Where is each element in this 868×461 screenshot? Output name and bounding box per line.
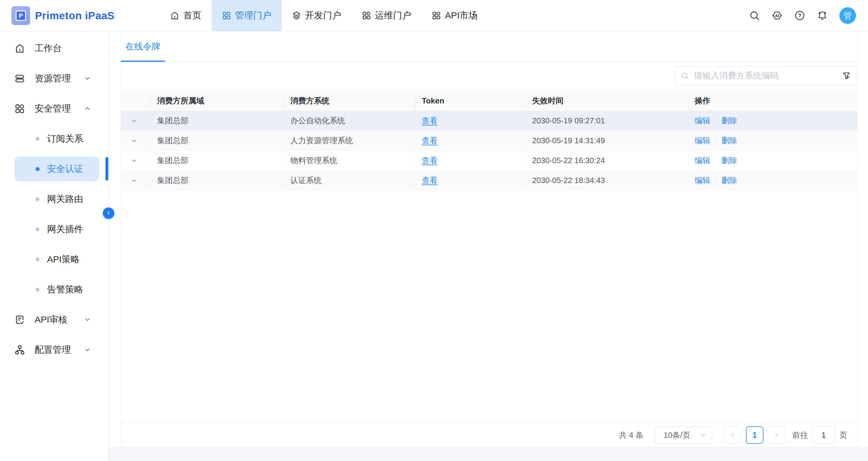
tab-online-tokens[interactable]: 在线令牌	[121, 32, 165, 62]
nav-item-label: 首页	[183, 9, 202, 22]
expand-chevron-icon	[130, 157, 138, 164]
sidebar-item-gateway-plugin[interactable]: 网关插件	[0, 214, 108, 244]
expand-chevron-icon	[130, 177, 138, 184]
sidebar-item-subscription[interactable]: 订阅关系	[0, 124, 108, 154]
row-expand-toggle[interactable]	[121, 171, 151, 190]
cell-consumer-domain: 集团总部	[151, 111, 284, 130]
svg-text:AI: AI	[775, 13, 779, 18]
ai-assistant-icon[interactable]: AI	[772, 10, 783, 21]
sidebar-collapse-button[interactable]	[103, 208, 114, 219]
edit-link[interactable]: 编辑	[695, 155, 710, 166]
grid-icon	[222, 11, 231, 20]
sidebar: 工作台资源管理安全管理订阅关系安全认证网关路由网关插件API策略告警策略API审…	[0, 31, 108, 461]
search-input-icon	[681, 72, 689, 80]
chevron-left-icon	[105, 210, 112, 216]
cell-consumer-domain: 集团总部	[151, 171, 284, 190]
pagination-bar: 共 4 条 10条/页 1 前往 页	[121, 423, 858, 447]
expand-column-header	[121, 91, 151, 111]
delete-link[interactable]: 删除	[721, 135, 737, 146]
cell-token: 查看	[416, 111, 526, 130]
sidebar-item-label: API策略	[47, 253, 80, 266]
column-header: 消费方所属域	[151, 91, 284, 111]
edit-link[interactable]: 编辑	[695, 116, 710, 126]
row-expand-toggle[interactable]	[121, 111, 151, 130]
chevron-down-icon	[84, 346, 91, 354]
sidebar-item-alert-policy[interactable]: 告警策略	[0, 274, 108, 305]
page-size-value: 10条/页	[663, 430, 690, 440]
bullet-icon	[36, 257, 39, 262]
tab-bar: 在线令牌	[121, 32, 858, 62]
top-nav: 首页管理门户开发门户运维门户API市场	[160, 0, 488, 31]
row-expand-toggle[interactable]	[121, 151, 151, 171]
sidebar-item-label: 安全管理	[35, 102, 71, 115]
sidebar-item-config-mgmt[interactable]: 配置管理	[0, 335, 108, 365]
nav-item-admin-portal[interactable]: 管理门户	[212, 0, 282, 31]
nav-item-label: 开发门户	[305, 9, 341, 22]
tokens-table: 消费方所属域消费方系统Token失效时间操作 集团总部办公自动化系统查看2030…	[121, 91, 858, 190]
table-row: 集团总部物料管理系统查看2030-05-22 16:30:24编辑删除	[121, 151, 858, 171]
sidebar-item-label: API审核	[35, 313, 67, 326]
page-size-select[interactable]: 10条/页	[655, 427, 712, 443]
sidebar-item-label: 工作台	[35, 42, 62, 55]
help-icon[interactable]: ?	[794, 10, 805, 21]
token-view-link[interactable]: 查看	[422, 155, 437, 166]
prev-page-button[interactable]	[724, 426, 742, 444]
delete-link[interactable]: 删除	[721, 116, 737, 126]
table-row: 集团总部办公自动化系统查看2030-05-19 09:27:01编辑删除	[121, 111, 858, 131]
home-icon	[14, 43, 25, 54]
token-view-link[interactable]: 查看	[422, 135, 437, 146]
column-header: Token	[416, 91, 526, 111]
app-header: P Primeton iPaaS 首页管理门户开发门户运维门户API市场 AI …	[0, 0, 868, 31]
current-page-button[interactable]: 1	[746, 426, 764, 444]
search-icon[interactable]	[749, 10, 760, 21]
chevron-right-icon	[773, 431, 780, 439]
edit-link[interactable]: 编辑	[695, 175, 710, 186]
notification-bell-icon[interactable]	[817, 10, 828, 21]
sidebar-item-gateway-route[interactable]: 网关路由	[0, 184, 108, 214]
cell-expire-time: 2030-05-22 18:34:43	[526, 171, 689, 190]
search-box	[675, 66, 858, 85]
sidebar-item-security-auth[interactable]: 安全认证	[0, 154, 108, 184]
edit-link[interactable]: 编辑	[695, 135, 710, 146]
token-view-link[interactable]: 查看	[422, 116, 437, 126]
sidebar-item-label: 配置管理	[35, 344, 71, 356]
home-icon	[170, 11, 179, 20]
cell-consumer-domain: 集团总部	[151, 151, 284, 171]
nav-item-label: 管理门户	[235, 9, 271, 22]
chevron-left-icon	[729, 431, 737, 439]
row-expand-toggle[interactable]	[121, 131, 151, 150]
search-input[interactable]	[693, 70, 837, 81]
nav-item-api-market[interactable]: API市场	[422, 0, 488, 31]
total-count: 共 4 条	[619, 430, 643, 440]
filter-icon[interactable]	[842, 71, 851, 81]
token-view-link[interactable]: 查看	[422, 175, 437, 186]
chevron-down-icon	[84, 74, 91, 82]
sidebar-item-resource-mgmt[interactable]: 资源管理	[0, 63, 108, 93]
expand-chevron-icon	[130, 137, 138, 145]
cell-consumer-system: 认证系统	[284, 171, 416, 190]
next-page-button[interactable]	[768, 426, 785, 444]
sidebar-item-security-mgmt[interactable]: 安全管理	[0, 93, 108, 124]
bullet-icon	[36, 227, 39, 231]
table-body: 集团总部办公自动化系统查看2030-05-19 09:27:01编辑删除集团总部…	[121, 111, 858, 190]
delete-link[interactable]: 删除	[721, 155, 737, 166]
doc-icon	[14, 314, 25, 325]
sidebar-menu: 工作台资源管理安全管理订阅关系安全认证网关路由网关插件API策略告警策略API审…	[0, 33, 108, 365]
nav-item-label: API市场	[445, 9, 477, 22]
column-header: 消费方系统	[284, 91, 416, 111]
sidebar-item-api-policy[interactable]: API策略	[0, 244, 108, 274]
bullet-icon	[36, 288, 39, 291]
column-header: 操作	[689, 91, 858, 111]
nav-item-home[interactable]: 首页	[160, 0, 212, 31]
nav-item-dev-portal[interactable]: 开发门户	[282, 0, 351, 31]
user-avatar[interactable]: 管	[839, 7, 856, 24]
sidebar-item-api-audit[interactable]: API审核	[0, 305, 108, 335]
grid-icon	[362, 11, 371, 20]
sidebar-item-workbench[interactable]: 工作台	[0, 33, 108, 63]
main-content: 在线令牌 消费方所属域消费方系统Token失效时间操作 集团总部办公自动化系统查…	[108, 31, 868, 461]
table-row: 集团总部认证系统查看2030-05-22 18:34:43编辑删除	[121, 171, 858, 190]
nav-item-ops-portal[interactable]: 运维门户	[351, 0, 422, 31]
cell-expire-time: 2030-05-19 09:27:01	[526, 111, 689, 130]
delete-link[interactable]: 删除	[721, 175, 737, 186]
goto-page-input[interactable]	[812, 426, 835, 444]
